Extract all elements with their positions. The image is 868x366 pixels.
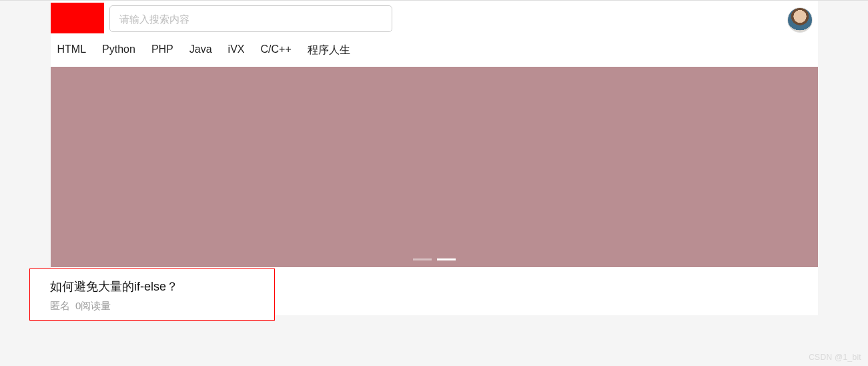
article-card[interactable]: 如何避免大量的if-else？ 匿名0阅读量 — [29, 268, 275, 321]
carousel-dot-0[interactable] — [413, 258, 432, 260]
site-logo[interactable] — [51, 3, 104, 33]
carousel-dot-1[interactable] — [437, 258, 456, 260]
carousel[interactable] — [51, 67, 818, 267]
nav-item-life[interactable]: 程序人生 — [308, 43, 350, 57]
nav-item-ivx[interactable]: iVX — [228, 43, 245, 57]
article-views: 0阅读量 — [75, 300, 111, 311]
watermark: CSDN @1_bit — [809, 353, 861, 362]
avatar[interactable] — [787, 7, 813, 33]
header-bar — [51, 1, 818, 37]
nav-item-python[interactable]: Python — [102, 43, 135, 57]
nav-item-html[interactable]: HTML — [57, 43, 87, 57]
nav-item-php[interactable]: PHP — [151, 43, 173, 57]
article-title: 如何避免大量的if-else？ — [50, 279, 268, 295]
nav-bar: HTML Python PHP Java iVX C/C++ 程序人生 — [51, 37, 818, 67]
nav-item-java[interactable]: Java — [189, 43, 212, 57]
article-author: 匿名 — [50, 300, 70, 311]
article-meta: 匿名0阅读量 — [50, 300, 268, 313]
nav-item-ccpp[interactable]: C/C++ — [260, 43, 291, 57]
search-input[interactable] — [109, 5, 392, 32]
carousel-indicators — [413, 258, 456, 260]
